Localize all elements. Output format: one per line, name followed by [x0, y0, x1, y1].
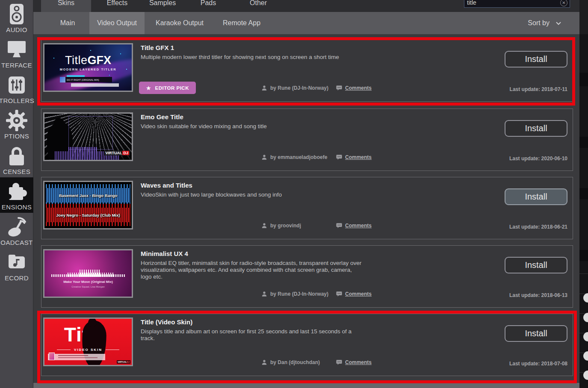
speaker-icon [5, 3, 29, 25]
tab-effects[interactable]: Effects [97, 0, 138, 12]
item-description: Horizontal EQ titler, minimalist skin fo… [141, 260, 364, 280]
list-item-waves-and-titles: Basement Jaxx - Bingo Bango Joey Negro -… [41, 177, 573, 239]
sidebar-item-record[interactable]: ECORD [0, 248, 33, 284]
search-input[interactable] [467, 0, 553, 6]
comment-bubble-icon [336, 359, 342, 365]
item-title: Title (Video Skin) [141, 318, 192, 326]
list-item-title-video-skin: Title VIDEO SKIN VIRTUALDJ Title (Video … [41, 314, 573, 376]
sidebar-item-label: CENSES [3, 168, 30, 175]
sidebar-item-label: TROLLERS [0, 97, 34, 104]
last-update: Last update: 2018-07-08 [509, 361, 567, 367]
thumbnail-minimalist-ux-4: Make Your Move (Original Mix) Creative S… [43, 249, 133, 298]
comment-bubble-icon [336, 154, 342, 160]
extensions-window: AUDIO TERFACE TROLLERS [0, 0, 588, 388]
sidebar-item-label: PTIONS [4, 132, 29, 140]
sort-by-dropdown[interactable]: Sort by [528, 12, 561, 34]
comments-link[interactable]: Comments [336, 359, 372, 365]
partial-album-art [583, 351, 588, 361]
last-update: Last update: 2020-06-10 [509, 156, 567, 162]
search-box: ✕ [464, 0, 570, 8]
thumbnail-title-video-skin: Title VIDEO SKIN VIRTUALDJ [43, 317, 133, 366]
user-icon [261, 85, 267, 91]
padlock-icon [5, 145, 29, 167]
settings-sidebar: AUDIO TERFACE TROLLERS [0, 0, 33, 388]
tab-other[interactable]: Other [238, 0, 279, 12]
broadcast-icon [5, 216, 29, 238]
item-title: Waves and Titles [141, 182, 192, 189]
sidebar-item-label: ENSIONS [2, 203, 32, 211]
background-window-sliver [579, 0, 588, 388]
skin-filter-bar: Main Video Output Karaoke Output Remote … [33, 12, 579, 34]
comments-link[interactable]: Comments [336, 154, 372, 160]
thumbnail-emo-gee-title: · ◦ · VIRTUALDJ [43, 112, 133, 161]
install-button[interactable]: Install [505, 51, 567, 68]
chevron-down-icon [555, 21, 561, 25]
sidebar-item-audio[interactable]: AUDIO [0, 0, 33, 35]
record-icon [5, 251, 29, 273]
monitor-icon [5, 38, 29, 61]
item-author: by Rune (DJ-In-Norway) [261, 85, 328, 91]
user-icon [261, 291, 267, 297]
user-icon [261, 223, 267, 229]
partial-album-art [583, 332, 588, 341]
item-title: Emo Gee Title [141, 113, 183, 121]
sidebar-item-label: TERFACE [1, 62, 32, 69]
install-button[interactable]: Install [505, 325, 567, 342]
install-button[interactable]: Install [505, 257, 567, 273]
sidebar-item-interface[interactable]: TERFACE [0, 35, 33, 71]
list-item-emo-gee-title: · ◦ · VIRTUALDJ Emo Gee Title Video skin… [41, 109, 573, 171]
tab-main[interactable]: Main [50, 12, 85, 34]
tab-skins[interactable]: Skins [41, 0, 91, 12]
user-icon [261, 359, 267, 365]
last-update: Last update: 2018-07-11 [510, 86, 567, 92]
tab-samples[interactable]: Samples [141, 0, 184, 12]
item-description: Video skin suitable for video mixing and… [141, 123, 364, 130]
last-update: Last update: 2018-06-13 [509, 292, 567, 298]
sort-by-label: Sort by [528, 19, 550, 27]
next-item-partial [33, 383, 581, 388]
comment-bubble-icon [336, 223, 342, 229]
tab-karaoke-output[interactable]: Karaoke Output [151, 12, 209, 34]
puzzle-icon [5, 180, 29, 203]
clear-search-icon[interactable]: ✕ [560, 0, 567, 6]
user-icon [261, 154, 267, 160]
partial-album-art [583, 293, 588, 303]
item-author: by Rune (DJ-In-Norway) [261, 291, 328, 297]
item-author: by Dan (djtouchdan) [261, 359, 320, 365]
partial-album-art [583, 370, 588, 380]
category-tab-bar: Skins Effects Samples Pads Other ✕ [33, 0, 579, 12]
tab-remote-app[interactable]: Remote App [215, 12, 269, 34]
sidebar-item-extensions[interactable]: ENSIONS [0, 177, 33, 213]
sidebar-item-label: ECORD [5, 274, 29, 282]
comment-bubble-icon [336, 85, 342, 91]
mixer-icon [5, 74, 29, 96]
item-author: by groovindj [261, 223, 301, 229]
comments-link[interactable]: Comments [336, 223, 372, 229]
sidebar-item-licenses[interactable]: CENSES [0, 142, 33, 177]
comments-link[interactable]: Comments [336, 291, 372, 297]
install-button[interactable]: Install [505, 188, 567, 205]
sidebar-item-label: OADCAST [0, 239, 33, 246]
item-description: Displays title and album art on screen f… [141, 328, 364, 342]
comments-link[interactable]: Comments [336, 85, 372, 91]
item-description: Multiple modern lower third titler for s… [141, 54, 364, 61]
sidebar-item-controllers[interactable]: TROLLERS [0, 71, 33, 106]
thumbnail-waves-and-titles: Basement Jaxx - Bingo Bango Joey Negro -… [43, 181, 133, 229]
tab-pads[interactable]: Pads [192, 0, 225, 12]
item-title: Title GFX 1 [141, 44, 174, 51]
list-item-minimalist-ux-4: Make Your Move (Original Mix) Creative S… [41, 245, 573, 308]
gear-icon [5, 109, 29, 132]
sidebar-item-label: AUDIO [6, 26, 27, 33]
last-update: Last update: 2018-06-21 [509, 224, 567, 230]
install-button[interactable]: Install [505, 120, 567, 137]
list-item-title-gfx-1: TitleGFX MODERN LAYERED TITLER DO IT RIG… [41, 39, 573, 102]
item-title: Minimalist UX 4 [141, 250, 188, 257]
partial-album-art [583, 313, 588, 322]
thumbnail-title-gfx-1: TitleGFX MODERN LAYERED TITLER DO IT RIG… [43, 43, 133, 92]
sidebar-item-options[interactable]: PTIONS [0, 106, 33, 142]
sidebar-item-broadcast[interactable]: OADCAST [0, 213, 33, 248]
tab-video-output[interactable]: Video Output [89, 12, 145, 34]
comment-bubble-icon [336, 291, 342, 297]
item-description: VideoSkin with just two large blockwaves… [141, 191, 364, 198]
extension-list: TitleGFX MODERN LAYERED TITLER DO IT RIG… [33, 34, 579, 388]
